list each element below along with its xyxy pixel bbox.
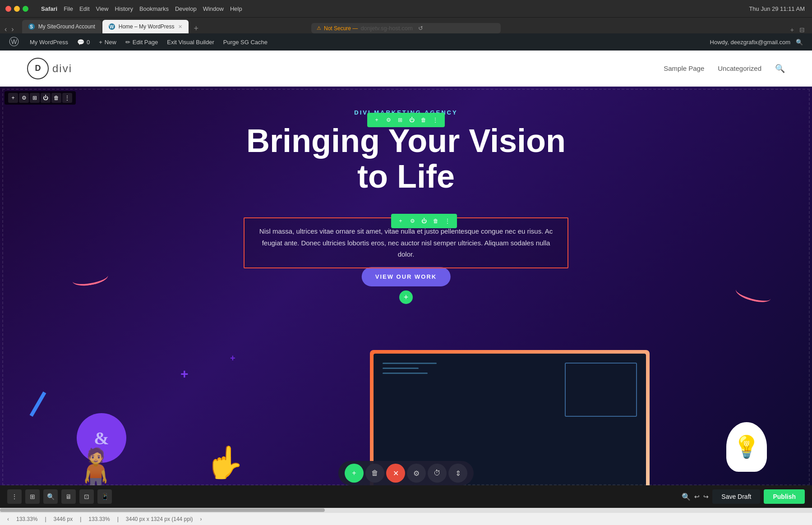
- menu-edit[interactable]: Edit: [79, 5, 89, 12]
- menu-view[interactable]: View: [96, 5, 109, 12]
- wp-comments-item[interactable]: 💬 0: [73, 33, 94, 51]
- publish-button[interactable]: Publish: [764, 489, 805, 504]
- floating-more-btn[interactable]: ⇕: [448, 464, 467, 483]
- floating-delete-btn[interactable]: 🗑: [365, 464, 384, 483]
- section-columns-btn[interactable]: ⊞: [30, 93, 40, 103]
- forward-button[interactable]: ›: [11, 25, 14, 33]
- divi-logo-circle: D: [27, 58, 49, 79]
- status-size: 3446 px: [54, 516, 73, 522]
- datetime: Thu Jun 29 11:11 AM: [749, 5, 805, 12]
- sidebar-icon[interactable]: ⊟: [799, 26, 805, 33]
- siteground-favicon: S: [28, 23, 35, 30]
- menu-window[interactable]: Window: [203, 5, 224, 12]
- floating-settings-btn[interactable]: ⚙: [407, 464, 426, 483]
- deco-cross: +: [180, 366, 189, 382]
- wp-logo-item[interactable]: ⓦ: [5, 33, 25, 51]
- module-add-btn[interactable]: +: [396, 216, 406, 226]
- search-icon[interactable]: 🔍: [796, 39, 803, 46]
- header-search-icon[interactable]: 🔍: [775, 64, 785, 74]
- screen-line-3: [383, 373, 428, 374]
- section-delete-btn[interactable]: 🗑: [51, 93, 61, 103]
- status-arrow[interactable]: ›: [200, 516, 202, 522]
- module-controls: + ⚙ ⏻ 🗑 ⋮: [391, 214, 457, 228]
- section-controls: + ⚙ ⊞ ⏻ 🗑 ⋮: [5, 91, 76, 105]
- menu-bookmarks[interactable]: Bookmarks: [139, 5, 169, 12]
- screen-line-1: [383, 363, 437, 364]
- scrollbar-thumb[interactable]: [0, 508, 325, 512]
- divi-site-header: D divi Sample Page Uncategorized 🔍: [0, 51, 812, 87]
- divi-logo-letter: D: [35, 64, 41, 73]
- tb-layout-btn[interactable]: ⊞: [25, 489, 40, 504]
- tab-bar: ‹ › S My SiteGround Account W Home – My …: [0, 17, 812, 33]
- wordpress-favicon: W: [109, 23, 115, 30]
- add-tab-icon[interactable]: +: [790, 26, 794, 33]
- tb-more-btn[interactable]: ⋮: [7, 489, 22, 504]
- menu-file[interactable]: File: [64, 5, 73, 12]
- edit-page-label: Edit Page: [133, 39, 158, 46]
- section-settings-btn[interactable]: ⚙: [19, 93, 29, 103]
- tab-siteground-label: My SiteGround Account: [38, 23, 95, 30]
- edit-icon: ✏: [125, 39, 130, 46]
- module-delete-btn[interactable]: 🗑: [431, 216, 441, 226]
- new-tab-button[interactable]: +: [194, 24, 199, 33]
- row-add-btn[interactable]: +: [372, 115, 382, 125]
- tb-undo-icon[interactable]: ↩: [694, 493, 700, 500]
- wp-logo-icon: ⓦ: [9, 35, 19, 49]
- deco-squiggle-right: [734, 283, 772, 305]
- wp-exit-vb-item[interactable]: Exit Visual Builder: [162, 33, 219, 51]
- tb-redo-icon[interactable]: ↪: [703, 493, 709, 500]
- wp-site-name: My WordPress: [30, 39, 68, 46]
- module-settings-btn[interactable]: ⚙: [407, 216, 417, 226]
- nav-sample-page[interactable]: Sample Page: [664, 64, 704, 72]
- section-add-btn[interactable]: +: [8, 93, 18, 103]
- tb-tablet-btn[interactable]: ⊡: [79, 489, 94, 504]
- section-more-btn[interactable]: ⋮: [62, 93, 72, 103]
- floating-close-btn[interactable]: ✕: [386, 464, 405, 483]
- maximize-button[interactable]: [23, 6, 28, 12]
- tb-search-btn[interactable]: 🔍: [43, 489, 58, 504]
- nav-uncategorized[interactable]: Uncategorized: [718, 64, 761, 72]
- tab-wordpress[interactable]: W Home – My WordPress ✕: [102, 20, 189, 33]
- add-module-btn[interactable]: +: [399, 290, 413, 304]
- wp-site-name-item[interactable]: My WordPress: [25, 33, 73, 51]
- section-disable-btn[interactable]: ⏻: [41, 93, 51, 103]
- reload-icon[interactable]: ↺: [418, 25, 423, 32]
- status-zoom-1: 133.33%: [16, 516, 37, 522]
- wp-admin-bar: ⓦ My WordPress 💬 0 + New ✏ Edit Page Exi…: [0, 33, 812, 51]
- cta-button[interactable]: VIEW OUR WORK: [362, 267, 451, 286]
- row-disable-btn[interactable]: ⏻: [407, 115, 417, 125]
- floating-history-btn[interactable]: ⏱: [428, 464, 447, 483]
- address-bar[interactable]: ⚠ Not Secure — donjetv.sg-host.com ↺: [311, 23, 501, 33]
- wp-purge-cache-item[interactable]: Purge SG Cache: [219, 33, 272, 51]
- tb-desktop-btn[interactable]: 🖥: [61, 489, 76, 504]
- wp-admin-bar-right: Howdy, deezgrafix@gmail.com 🔍: [710, 39, 807, 46]
- wp-edit-page-item[interactable]: ✏ Edit Page: [121, 33, 162, 51]
- screen-lines: [383, 363, 437, 374]
- scrollbar-area[interactable]: [0, 508, 812, 512]
- menu-develop[interactable]: Develop: [175, 5, 197, 12]
- module-more-btn[interactable]: ⋮: [443, 216, 452, 226]
- tb-search-icon[interactable]: 🔍: [682, 493, 691, 501]
- floating-add-btn[interactable]: +: [345, 464, 364, 483]
- save-draft-button[interactable]: Save Draft: [712, 489, 760, 504]
- row-columns-btn[interactable]: ⊞: [395, 115, 405, 125]
- status-back-icon[interactable]: ‹: [7, 516, 9, 522]
- menu-help[interactable]: Help: [230, 5, 242, 12]
- tab-siteground[interactable]: S My SiteGround Account: [22, 20, 102, 33]
- row-more-btn[interactable]: ⋮: [430, 115, 440, 125]
- close-button[interactable]: [5, 6, 11, 12]
- deco-plus: +: [230, 353, 235, 364]
- tb-mobile-btn[interactable]: 📱: [97, 489, 112, 504]
- comments-count: 0: [87, 39, 90, 46]
- lightbulb-icon: 💡: [726, 422, 767, 472]
- hand-cursor: 👆: [205, 444, 245, 481]
- wp-new-item[interactable]: + New: [94, 33, 121, 51]
- new-icon: +: [99, 39, 102, 46]
- row-delete-btn[interactable]: 🗑: [419, 115, 429, 125]
- minimize-button[interactable]: [14, 6, 20, 12]
- row-settings-btn[interactable]: ⚙: [383, 115, 393, 125]
- menu-history[interactable]: History: [115, 5, 133, 12]
- module-disable-btn[interactable]: ⏻: [419, 216, 429, 226]
- back-button[interactable]: ‹: [5, 25, 7, 33]
- tab-close-icon[interactable]: ✕: [178, 24, 182, 30]
